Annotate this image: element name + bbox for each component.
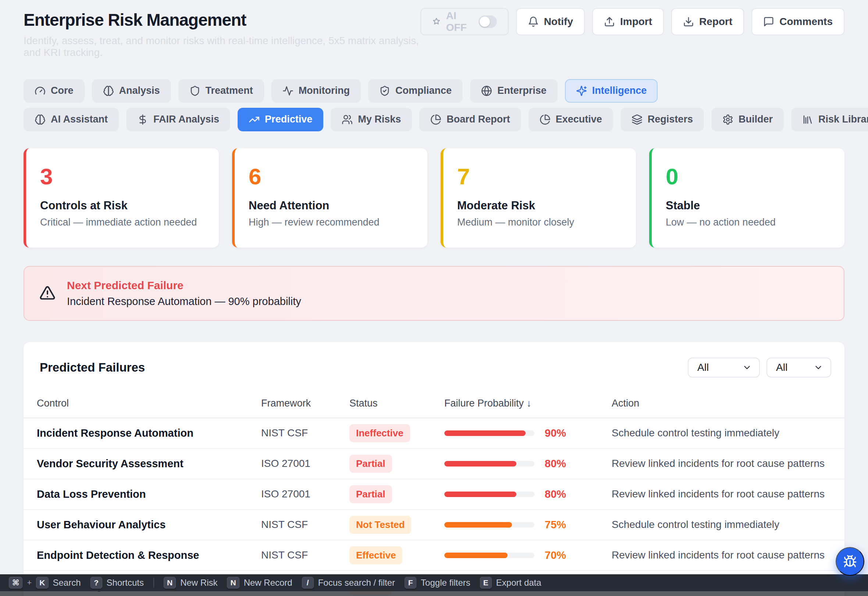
framework: NIST CSF	[261, 519, 350, 531]
comments-label: Comments	[779, 16, 833, 28]
chevron-down-icon	[813, 363, 823, 372]
probability-cell: 75%	[444, 519, 612, 531]
tab-label: Predictive	[265, 114, 312, 125]
table-row[interactable]: Data Loss Prevention ISO 27001 Partial 8…	[24, 479, 844, 510]
shortcut-new-record: N New Record	[227, 577, 292, 589]
sparkles-icon	[576, 85, 587, 96]
activity-icon	[282, 85, 294, 96]
framework: NIST CSF	[261, 549, 350, 561]
control-name: Data Loss Prevention	[37, 488, 261, 500]
column-header-action[interactable]: Action	[612, 398, 831, 409]
control-name: User Behaviour Analytics	[37, 519, 261, 531]
ai-toggle-button[interactable]: AI OFF	[421, 8, 509, 35]
shortcut-label: Focus search / filter	[318, 578, 395, 588]
predicted-failures-table: Control Framework Status Failure Probabi…	[24, 389, 844, 596]
tab-analysis[interactable]: Analysis	[92, 79, 171, 103]
shortcut-shortcuts: ? Shortcuts	[90, 577, 144, 589]
tab-label: Registers	[648, 114, 693, 125]
tab-label: Enterprise	[497, 85, 546, 96]
trending-up-icon	[249, 114, 260, 125]
probability-bar-fill	[444, 553, 508, 558]
shield-check-icon	[379, 85, 390, 96]
shortcut-label: New Risk	[180, 578, 217, 588]
chevron-down-icon	[742, 363, 752, 372]
pie-chart-icon	[540, 114, 551, 125]
stat-value: 7	[457, 165, 622, 188]
debug-fab-button[interactable]	[836, 547, 864, 576]
report-button[interactable]: Report	[671, 8, 744, 35]
brain-icon	[35, 114, 46, 125]
tab-label: Executive	[556, 114, 602, 125]
shortcut-new-risk: N New Risk	[164, 577, 218, 589]
page-subtitle: Identify, assess, treat, and monitor ris…	[24, 35, 421, 59]
bell-icon	[528, 16, 539, 27]
filter-value: All	[776, 362, 787, 373]
comment-bubble-icon	[763, 16, 774, 27]
tab-enterprise[interactable]: Enterprise	[470, 79, 558, 103]
status-badge: Effective	[350, 546, 402, 564]
probability-bar-track	[444, 430, 534, 436]
table-row[interactable]: User Behaviour Analytics NIST CSF Not Te…	[24, 510, 844, 540]
recommended-action: Schedule control testing immediately	[612, 427, 831, 439]
notify-label: Notify	[544, 16, 573, 28]
shortcut-search: ⌘ + K Search	[9, 577, 81, 589]
column-header-control[interactable]: Control	[37, 398, 261, 409]
tab-registers[interactable]: Registers	[620, 108, 704, 131]
statusbar-divider	[154, 578, 154, 587]
tab-risk-library[interactable]: Risk Library	[791, 108, 868, 131]
stat-card-grid: 3 Controls at Risk Critical — immediate …	[24, 148, 844, 248]
header-actions: AI OFF Notify Import Report Comments	[421, 8, 844, 35]
library-icon	[802, 114, 813, 125]
globe-icon	[481, 85, 492, 96]
kbd-command: ⌘	[9, 577, 22, 589]
tab-core[interactable]: Core	[24, 79, 84, 103]
dollar-icon	[137, 114, 148, 125]
download-icon	[683, 16, 694, 27]
table-row[interactable]: Incident Response Automation NIST CSF In…	[24, 418, 844, 449]
tab-builder[interactable]: Builder	[711, 108, 784, 131]
tab-my-risks[interactable]: My Risks	[331, 108, 412, 131]
tab-fair-analysis[interactable]: FAIR Analysis	[126, 108, 230, 131]
recommended-action: Schedule control testing immediately	[612, 519, 831, 531]
probability-bar-track	[444, 522, 534, 528]
table-row[interactable]: Vendor Security Assessment ISO 27001 Par…	[24, 449, 844, 479]
tab-intelligence[interactable]: Intelligence	[565, 79, 658, 103]
table-row[interactable]: Endpoint Detection & Response NIST CSF E…	[24, 540, 844, 571]
tab-predictive[interactable]: Predictive	[238, 108, 323, 131]
probability-bar-fill	[444, 491, 517, 497]
column-header-framework[interactable]: Framework	[261, 398, 350, 409]
import-label: Import	[620, 16, 652, 28]
tab-compliance[interactable]: Compliance	[368, 79, 463, 103]
star-icon	[432, 16, 441, 27]
probability-bar-fill	[444, 430, 526, 436]
primary-tab-row: Core Analysis Treatment Monitoring Compl…	[24, 79, 844, 103]
tab-treatment[interactable]: Treatment	[179, 79, 264, 103]
column-header-status[interactable]: Status	[350, 398, 444, 409]
stat-value: 3	[40, 165, 205, 188]
filter-select-1[interactable]: All	[688, 358, 760, 377]
stat-description: High — review recommended	[249, 217, 413, 228]
alert-message: Incident Response Automation — 90% proba…	[67, 296, 301, 308]
tab-label: Treatment	[205, 85, 253, 96]
tab-monitoring[interactable]: Monitoring	[272, 79, 361, 103]
stat-description: Critical — immediate action needed	[40, 217, 205, 228]
filter-select-2[interactable]: All	[766, 358, 831, 377]
tab-board-report[interactable]: Board Report	[419, 108, 521, 131]
comments-button[interactable]: Comments	[751, 8, 844, 35]
shortcut-label: Toggle filters	[421, 578, 470, 588]
stat-description: Medium — monitor closely	[457, 217, 622, 228]
ai-toggle-switch[interactable]	[478, 15, 497, 28]
alert-text: Next Predicted Failure Incident Response…	[67, 279, 301, 308]
shield-icon	[189, 85, 201, 96]
probability-bar-track	[444, 491, 534, 497]
tab-label: Risk Library	[818, 114, 868, 125]
tab-ai-assistant[interactable]: AI Assistant	[24, 108, 119, 131]
notify-button[interactable]: Notify	[516, 8, 585, 35]
stat-description: Low — no action needed	[666, 217, 831, 228]
framework: NIST CSF	[261, 427, 350, 439]
tab-label: Compliance	[396, 85, 452, 96]
import-button[interactable]: Import	[592, 8, 664, 35]
tab-executive[interactable]: Executive	[528, 108, 613, 131]
recommended-action: Review linked incidents for root cause p…	[612, 458, 831, 469]
column-header-failure-probability[interactable]: Failure Probability ↓	[444, 398, 612, 409]
